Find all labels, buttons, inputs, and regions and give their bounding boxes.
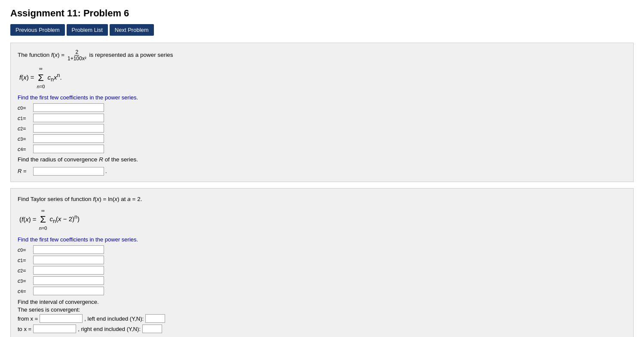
fraction-num: 2	[74, 49, 79, 56]
nav-buttons: Previous Problem Problem List Next Probl…	[10, 24, 634, 36]
fx-label: f(x) =	[51, 52, 66, 58]
c0-label-1: c0 =	[18, 105, 33, 111]
problem-box-1: The function f(x) = 2 1+100x² is represe…	[10, 43, 634, 182]
next-problem-button[interactable]: Next Problem	[110, 24, 154, 36]
radius-row: R = .	[18, 167, 626, 176]
left-end-label: , left end included (Y,N):	[84, 315, 144, 322]
problem2-coeff-label: Find the first few coefficients in the p…	[18, 236, 626, 243]
fraction: 2 1+100x²	[67, 49, 87, 62]
p2-fx-eq: f(x) = ln(x)	[93, 196, 119, 202]
c4-input-2[interactable]	[33, 287, 104, 295]
c4-label-2: c4 =	[18, 288, 33, 294]
c2-label-1: c2 =	[18, 125, 33, 132]
c1-label-2: c1 =	[18, 257, 33, 263]
R-label: R =	[18, 168, 33, 174]
coeff-row-c4-2: c4 =	[18, 287, 626, 295]
c0-input-1[interactable]	[33, 103, 104, 112]
c4-input-1[interactable]	[33, 145, 104, 153]
c4-label-1: c4 =	[18, 146, 33, 152]
coeff-row-c2-2: c2 =	[18, 266, 626, 275]
c2-input-2[interactable]	[33, 266, 104, 275]
from-x-input[interactable]	[40, 314, 83, 323]
c1-input-2[interactable]	[33, 256, 104, 264]
left-yn-input[interactable]	[145, 314, 165, 323]
to-x-input[interactable]	[33, 325, 76, 333]
problem2-series: (f(x) = ∞ Σ n=0 cn(x − 2)n)	[19, 207, 626, 233]
problem1-intro: The function f(x) = 2 1+100x² is represe…	[18, 49, 626, 62]
radius-label-text: Find the radius of convergence R of the …	[18, 155, 626, 164]
sigma-symbol-1: ∞ Σ n=0	[37, 65, 45, 91]
c3-input-1[interactable]	[33, 134, 104, 143]
coeff-row-c4-1: c4 =	[18, 145, 626, 153]
sigma-symbol-2: ∞ Σ n=0	[39, 207, 47, 233]
prev-problem-button[interactable]: Previous Problem	[10, 24, 65, 36]
c3-label-1: c3 =	[18, 136, 33, 142]
intro-suffix: is represented as a power series	[89, 52, 173, 58]
problem-list-button[interactable]: Problem List	[67, 24, 108, 36]
coeff-row-c3-1: c3 =	[18, 134, 626, 143]
coeff-row-c2-1: c2 =	[18, 124, 626, 133]
coeff-row-c0-1: c0 =	[18, 103, 626, 112]
c2-input-1[interactable]	[33, 124, 104, 133]
page-title: Assignment 11: Problem 6	[10, 8, 634, 19]
c1-label-1: c1 =	[18, 115, 33, 121]
find-interval-label: Find the interval of convergence.	[18, 299, 626, 305]
problem1-coeff-label: Find the first few coefficients in the p…	[18, 94, 626, 101]
p2-at-a: at a = 2.	[121, 196, 142, 202]
from-label: from x =	[18, 315, 38, 322]
c0-input-2[interactable]	[33, 245, 104, 254]
to-row: to x = , right end included (Y,N):	[18, 325, 626, 333]
p2-series-open: (f(x) =	[19, 215, 38, 223]
right-end-label: , right end included (Y,N):	[78, 326, 141, 332]
c3-input-2[interactable]	[33, 276, 104, 285]
interval-section: Find the interval of convergence. The se…	[18, 299, 626, 333]
problem1-series: f(x) = ∞ Σ n=0 cnxn.	[19, 65, 626, 91]
coeff-row-c0-2: c0 =	[18, 245, 626, 254]
c2-label-2: c2 =	[18, 267, 33, 274]
coeff-row-c1-1: c1 =	[18, 114, 626, 122]
c3-label-2: c3 =	[18, 278, 33, 284]
problem2-intro: Find Taylor series of function f(x) = ln…	[18, 195, 626, 204]
period: .	[105, 168, 107, 174]
series-term-1: cnxn.	[48, 74, 62, 81]
p2-series-term: cn(x − 2)n)	[50, 215, 80, 223]
intro-text: The function	[18, 52, 49, 58]
c1-input-1[interactable]	[33, 114, 104, 122]
p2-intro-prefix: Find Taylor series of function	[18, 196, 93, 202]
problem-box-2: Find Taylor series of function f(x) = ln…	[10, 188, 634, 337]
right-yn-input[interactable]	[142, 325, 162, 333]
from-row: from x = , left end included (Y,N):	[18, 314, 626, 323]
fraction-den: 1+100x²	[67, 56, 87, 62]
series-fx: f(x) =	[19, 74, 36, 81]
R-input[interactable]	[33, 167, 104, 176]
convergent-label: The series is convergent:	[18, 306, 626, 313]
c0-label-2: c0 =	[18, 247, 33, 253]
to-label: to x =	[18, 326, 31, 332]
coeff-row-c3-2: c3 =	[18, 276, 626, 285]
coeff-row-c1-2: c1 =	[18, 256, 626, 264]
